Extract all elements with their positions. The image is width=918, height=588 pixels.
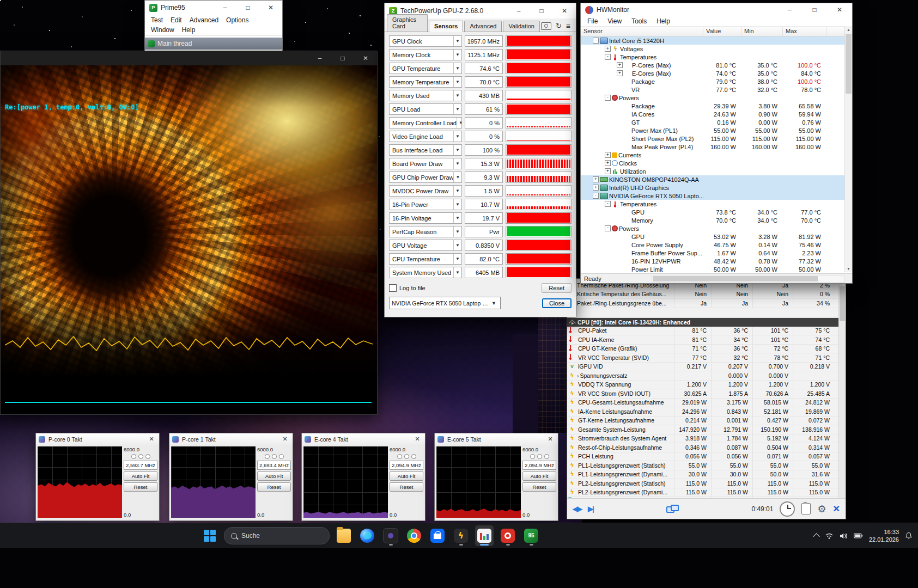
scroll-down-arrow[interactable]: ▼ (845, 265, 852, 272)
tree-expander-icon[interactable]: + (605, 168, 611, 174)
hwinfo-sensor-row[interactable]: VR VCC Strom (SVID IOUT) 30.625 A 1.875 … (567, 389, 846, 399)
tree-expander-icon[interactable]: - (605, 225, 611, 231)
taskbar-file-explorer[interactable] (335, 525, 353, 546)
log-to-file-checkbox[interactable] (389, 284, 397, 292)
sensor-name-dropdown[interactable]: GPU Voltage ▼ (389, 240, 462, 251)
tree-expander-icon[interactable]: - (593, 38, 599, 44)
taskbar-sensors-app[interactable] (475, 525, 494, 546)
sensor-name-dropdown[interactable]: MVDDC Power Draw ▼ (389, 185, 462, 197)
close-button-gpuz[interactable]: Close (542, 298, 572, 308)
taskbar-lightning-app[interactable] (452, 525, 470, 546)
sensor-tree-row[interactable]: + P-Cores (Max) 81.0 °C 35.0 °C 100.0 °C (581, 61, 852, 69)
hwinfo-sensor-row[interactable]: Rest-of-Chip-Leistungsaufnahme 0.346 W 0… (567, 443, 846, 452)
scrollbar-thumb[interactable] (840, 286, 845, 321)
sensor-tree-row[interactable]: IA Cores 24.63 W 0.90 W 59.94 W (581, 110, 852, 118)
prime95-titlebar[interactable]: P Prime95 – □ ✕ (145, 1, 282, 15)
auto-fit-button[interactable]: Auto Fit (522, 471, 556, 481)
close-button[interactable]: ✕ (827, 3, 852, 16)
graph-titlebar[interactable]: E-core 4 Takt ✕ (302, 433, 425, 445)
close-button[interactable]: ✕ (543, 433, 558, 445)
sensor-tree-row[interactable]: + KINGSTON OM8PGP41024Q-AA (581, 175, 852, 183)
sensor-tree-row[interactable]: Package 79.0 °C 38.0 °C 100.0 °C (581, 77, 852, 85)
auto-fit-button[interactable]: Auto Fit (257, 471, 291, 481)
scale-radio[interactable] (265, 454, 270, 459)
sensor-tree-row[interactable]: + Voltages (581, 45, 852, 53)
sensor-tree-row[interactable]: 16-PIN 12VHPWR 48.42 W 0.78 W 77.32 W (581, 257, 852, 265)
move-to-end-icon[interactable]: ▶| (588, 505, 593, 513)
menu-item[interactable]: Test (147, 15, 167, 25)
scale-radio[interactable] (530, 454, 535, 459)
sensor-tree-row[interactable]: + E-Cores (Max) 74.0 °C 35.0 °C 84.0 °C (581, 69, 852, 77)
hwinfo-sensor-row[interactable]: CPU IA-Kerne 81 °C 34 °C 101 °C 74 °C (567, 335, 846, 345)
minimize-button[interactable]: – (308, 51, 331, 65)
auto-fit-button[interactable]: Auto Fit (390, 471, 423, 481)
scale-radio[interactable] (404, 454, 409, 459)
auto-fit-button[interactable]: Auto Fit (124, 471, 157, 481)
col-sensor[interactable]: Sensor (581, 27, 703, 36)
sensor-name-dropdown[interactable]: GPU Temperature ▼ (389, 63, 462, 74)
battery-icon[interactable] (854, 532, 863, 539)
taskbar-store[interactable] (428, 525, 447, 546)
reset-button[interactable]: Reset (390, 482, 423, 492)
sensor-tree-row[interactable]: - Intel Core i5 13420H (581, 36, 852, 45)
sensor-tree-row[interactable]: Max Peak Power (PL4) 160.00 W 160.00 W 1… (581, 143, 852, 151)
menu-item[interactable]: Window (147, 25, 178, 35)
graph-titlebar[interactable]: P-core 0 Takt ✕ (36, 433, 159, 445)
reset-button[interactable]: Reset (124, 482, 157, 492)
col-min[interactable]: Min (741, 27, 783, 36)
swap-columns-icon[interactable]: ◀▶ (573, 505, 581, 513)
screenshot-icon[interactable] (541, 22, 551, 30)
clock-icon[interactable] (780, 501, 795, 517)
sensor-tree-row[interactable]: Memory 70.0 °C 34.0 °C 70.0 °C (581, 216, 852, 224)
scale-radio[interactable] (544, 454, 549, 459)
tree-expander-icon[interactable]: + (617, 62, 623, 68)
hwinfo-sensor-row[interactable]: ›Spannungsversatz 0.000 V 0.000 V (567, 371, 846, 381)
hwinfo-sensor-row[interactable]: PL1-Leistungsgrenzwert (Statisch) 55.0 W… (567, 461, 846, 470)
tree-expander-icon[interactable]: + (593, 185, 599, 191)
refresh-icon[interactable]: ↻ (556, 23, 562, 29)
hwmonitor-titlebar[interactable]: HWMonitor – □ ✕ (581, 3, 852, 16)
search-box[interactable]: Suche (224, 527, 330, 544)
sensor-name-dropdown[interactable]: Memory Used ▼ (389, 90, 462, 101)
notification-bell-icon[interactable] (905, 532, 913, 540)
taskbar-dark-app[interactable] (381, 525, 400, 546)
graph-titlebar[interactable]: E-core 5 Takt ✕ (435, 433, 558, 445)
scale-radio[interactable] (279, 454, 284, 459)
hwinfo-group-header[interactable]: ▼ CPU [#0]: Intel Core i5-13420H: Enhanc… (567, 318, 846, 327)
scroll-up-arrow[interactable]: ▲ (845, 26, 852, 33)
sensor-tree-row[interactable]: Core Power Supply 46.75 W 0.14 W 75.46 W (581, 241, 852, 249)
hwinfo-sensor-row[interactable]: VDDQ TX Spannung 1.200 V 1.200 V 1.200 V… (567, 381, 846, 390)
sensor-tree-row[interactable]: + Utilization (581, 167, 852, 175)
menu-item[interactable]: Edit (167, 15, 186, 25)
hwinfo-sensor-row[interactable]: GT-Kerne Leistungsaufnahme 0.214 W 0.001… (567, 416, 846, 426)
sensor-tree-row[interactable]: Package 29.39 W 3.80 W 65.58 W (581, 102, 852, 110)
prime95-main-thread-bar[interactable]: Main thread (145, 38, 282, 50)
gpu-select[interactable]: NVIDIA GeForce RTX 5050 Laptop GPU ▼ (389, 297, 501, 309)
horizontal-scrollbar[interactable] (652, 275, 844, 283)
tree-expander-icon[interactable]: + (605, 46, 611, 52)
sensor-name-dropdown[interactable]: Memory Controller Load ▼ (389, 117, 462, 128)
dual-monitor-icon[interactable] (666, 505, 678, 513)
hwinfo-sensor-row[interactable]: Paket-/Ring-Leistungsgrenze übe... Ja Ja… (567, 299, 846, 308)
menu-item[interactable]: Tools (627, 17, 651, 25)
scale-radio[interactable] (411, 454, 416, 459)
col-value[interactable]: Value (703, 27, 741, 36)
sensor-tree-row[interactable]: Power Max (PL1) 55.00 W 55.00 W 55.00 W (581, 126, 852, 134)
menu-item[interactable]: Help (178, 25, 199, 35)
sensor-tree-row[interactable]: Short Power Max (PL2) 115.00 W 115.00 W … (581, 134, 852, 143)
taskbar-edge[interactable] (358, 525, 376, 546)
tree-expander-icon[interactable]: + (605, 160, 611, 166)
close-button[interactable]: ✕ (553, 3, 576, 19)
tray-clock[interactable]: 16:33 22.01.2026 (869, 528, 899, 543)
sensor-tree-row[interactable]: VR 77.0 °C 32.0 °C 78.0 °C (581, 85, 852, 94)
maximize-button[interactable]: □ (236, 1, 259, 15)
sensor-tree-row[interactable]: - NVIDIA GeForce RTX 5050 Lapto... (581, 192, 852, 200)
hwinfo-sensor-row[interactable]: PL1-Leistungsgrenzwert (Dynami... 30.0 W… (567, 470, 846, 480)
sensor-tree-row[interactable]: GPU 73.8 °C 34.0 °C 77.0 °C (581, 208, 852, 216)
vertical-scrollbar[interactable]: ▲ ▼ (844, 26, 852, 272)
sensor-tree-row[interactable]: - Powers (581, 224, 852, 232)
reset-button[interactable]: Reset (257, 482, 291, 492)
close-button[interactable]: ✕ (410, 433, 425, 445)
sensor-name-dropdown[interactable]: Bus Interface Load ▼ (389, 144, 462, 156)
close-button[interactable]: ✕ (259, 1, 282, 15)
